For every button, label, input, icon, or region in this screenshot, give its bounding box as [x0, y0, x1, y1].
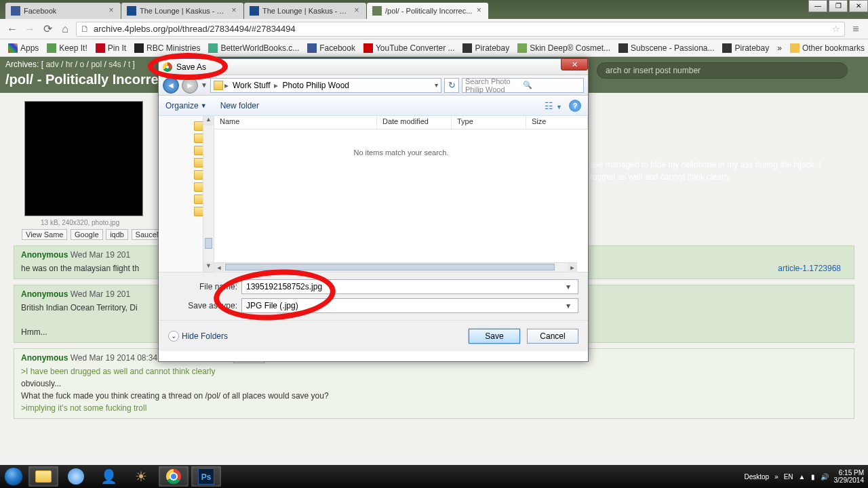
photoshop-icon: Ps [198, 468, 214, 485]
view-options-button[interactable]: ☷ ▼ [545, 100, 562, 111]
window-maximize-button[interactable]: ❐ [829, 0, 848, 12]
bookmark-item[interactable]: YouTube Converter ... [361, 43, 458, 53]
column-name[interactable]: Name [214, 116, 377, 129]
desktop-toolbar[interactable]: Desktop [744, 473, 769, 481]
dialog-title-text: Save As [176, 62, 206, 72]
path-breadcrumb[interactable]: ▸ Work Stuff ▸ Photo Philip Wood ▾ [210, 78, 441, 93]
new-folder-button[interactable]: New folder [220, 101, 259, 110]
taskbar: 👤 ☀ Ps Desktop » EN ▲ ▮ 🔊 6:15 PM 3/29/2… [0, 465, 868, 488]
bookmark-other[interactable]: Other bookmarks [787, 43, 867, 53]
volume-icon[interactable]: 🔊 [821, 473, 829, 481]
address-bar[interactable]: 🗋 archive.4plebs.org/pol/thread/27834494… [76, 22, 845, 37]
folder-tree[interactable]: ▲ ▼ [159, 116, 214, 272]
organize-button[interactable]: Organize ▼ [165, 101, 207, 110]
taskbar-explorer[interactable] [28, 466, 58, 487]
dialog-titlebar[interactable]: Save As ✕ [159, 59, 588, 75]
bookmark-item[interactable]: Pin It [93, 43, 129, 53]
tab-close-icon[interactable]: × [107, 7, 115, 15]
board-link[interactable]: t [128, 60, 130, 69]
board-link[interactable]: hr [66, 60, 73, 69]
tab-close-icon[interactable]: × [230, 7, 238, 15]
save-button[interactable]: Save [469, 329, 520, 344]
article-link[interactable]: article-1.1723968 [778, 262, 841, 274]
tab-close-icon[interactable]: × [353, 7, 361, 15]
taskbar-itunes[interactable] [61, 466, 91, 487]
tray-flag-icon[interactable]: ▲ [799, 473, 806, 481]
bookmark-item[interactable]: Subscene - Passiona... [616, 43, 717, 53]
browser-tab-1[interactable]: The Lounge | Kaskus - Th... × [121, 3, 243, 19]
filename-label: File name: [168, 282, 241, 291]
bookmark-star-icon[interactable]: ☆ [832, 24, 840, 34]
browser-home-button[interactable]: ⌂ [58, 22, 72, 36]
board-link[interactable]: pol [91, 60, 102, 69]
taskbar-chrome[interactable] [159, 466, 189, 487]
iqdb-button[interactable]: iqdb [106, 229, 128, 240]
post-thumbnail[interactable] [24, 101, 143, 216]
language-indicator[interactable]: EN [784, 473, 793, 481]
chevron-down-icon[interactable]: ▾ [563, 301, 574, 310]
bookmarks-bar: Apps Keep It! Pin It RBC Ministries Bett… [0, 39, 868, 57]
bookmark-item[interactable]: Piratebay [460, 43, 512, 53]
network-icon[interactable]: ▮ [811, 473, 815, 481]
saveastype-label: Save as type: [168, 301, 241, 310]
google-button[interactable]: Google [71, 229, 102, 240]
board-link[interactable]: s4s [108, 60, 121, 69]
folder-icon [35, 470, 52, 483]
path-dropdown-icon[interactable]: ▾ [435, 81, 438, 89]
breadcrumb-segment[interactable]: Work Stuff [230, 81, 273, 90]
cancel-button[interactable]: Cancel [527, 329, 578, 344]
chrome-icon [166, 469, 181, 484]
start-button[interactable] [0, 465, 27, 488]
file-list[interactable]: Name Date modified Type Size No items ma… [214, 116, 588, 272]
browser-tab-0[interactable]: Facebook × [5, 3, 121, 19]
system-clock[interactable]: 6:15 PM 3/29/2014 [834, 469, 865, 484]
bookmark-apps[interactable]: Apps [5, 43, 41, 53]
save-as-dialog: Save As ✕ ◄ ► ▼ ▸ Work Stuff ▸ Photo Phi… [158, 58, 589, 362]
browser-tab-3[interactable]: /pol/ - Politically Incorrec... × [367, 3, 488, 19]
taskbar-app[interactable]: 👤 [94, 466, 123, 487]
filename-input[interactable]: 1395192158752s.jpg ▾ [241, 279, 578, 294]
dialog-forward-button[interactable]: ► [182, 77, 198, 94]
column-size[interactable]: Size [526, 116, 588, 129]
tree-scrollbar[interactable]: ▲ ▼ [203, 116, 214, 272]
post-search-input[interactable]: arch or insert post number [597, 62, 848, 79]
browser-back-button[interactable]: ← [5, 22, 19, 36]
dialog-close-button[interactable]: ✕ [561, 58, 588, 70]
hide-folders-button[interactable]: ⌄ Hide Folders [168, 331, 228, 342]
bookmark-item[interactable]: BetterWorldBooks.c... [205, 43, 302, 53]
breadcrumb-segment[interactable]: Photo Philip Wood [279, 81, 352, 90]
facebook-icon [11, 6, 20, 16]
board-link[interactable]: o [79, 60, 84, 69]
help-button[interactable]: ? [569, 100, 581, 112]
bookmark-item[interactable]: RBC Ministries [132, 43, 203, 53]
taskbar-app[interactable]: ☀ [126, 466, 156, 487]
column-date[interactable]: Date modified [377, 116, 452, 129]
bookmark-overflow[interactable]: » [774, 43, 785, 53]
board-link[interactable]: adv [45, 60, 58, 69]
itunes-icon [68, 468, 84, 485]
view-same-button[interactable]: View Same [22, 229, 67, 240]
app-icon: ☀ [135, 468, 147, 485]
bookmark-item[interactable]: Facebook [304, 43, 358, 53]
bookmark-item[interactable]: Skin Deep® Cosmet... [515, 43, 613, 53]
taskbar-photoshop[interactable]: Ps [191, 466, 221, 487]
bookmark-item[interactable]: Keep It! [44, 43, 90, 53]
window-close-button[interactable]: ✕ [849, 0, 868, 12]
saveastype-select[interactable]: JPG File (.jpg) ▾ [241, 298, 578, 313]
history-dropdown-icon[interactable]: ▼ [201, 81, 208, 89]
dialog-search-input[interactable]: Search Photo Philip Wood 🔍 [462, 78, 584, 93]
refresh-button[interactable]: ↻ [444, 78, 459, 93]
tab-close-icon[interactable]: × [475, 7, 483, 15]
browser-tab-2[interactable]: The Lounge | Kaskus - Th... × [244, 3, 366, 19]
chevron-down-icon[interactable]: ▾ [563, 282, 574, 291]
search-icon: 🔍 [523, 81, 580, 89]
browser-reload-button[interactable]: ⟳ [41, 22, 54, 36]
column-type[interactable]: Type [452, 116, 526, 129]
tray-overflow-icon[interactable]: » [774, 473, 778, 481]
bookmark-item[interactable]: Piratebay [719, 43, 772, 53]
file-list-hscrollbar[interactable]: ◄ ► [214, 262, 577, 272]
window-minimize-button[interactable]: — [808, 0, 827, 12]
browser-menu-button[interactable]: ≡ [849, 22, 863, 36]
browser-forward-button[interactable]: → [23, 22, 37, 36]
dialog-back-button[interactable]: ◄ [163, 77, 179, 94]
